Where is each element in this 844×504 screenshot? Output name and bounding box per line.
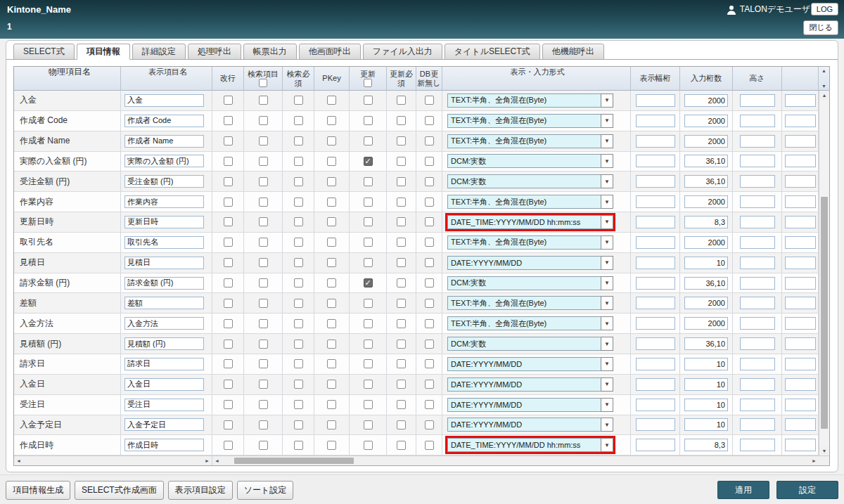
db_no_update-checkbox[interactable]: [425, 380, 434, 389]
format-select[interactable]: DCM:実数: [447, 276, 613, 290]
db_no_update-checkbox[interactable]: [425, 278, 434, 287]
search-checkbox[interactable]: [259, 319, 268, 328]
update-checkbox[interactable]: [364, 278, 373, 287]
height-input[interactable]: [740, 94, 775, 107]
pkey-checkbox[interactable]: [327, 238, 336, 247]
update_req-checkbox[interactable]: [397, 420, 406, 429]
db_no_update-checkbox[interactable]: [425, 157, 434, 166]
kaigyo-checkbox[interactable]: [224, 420, 233, 429]
horizontal-scroll-thumb[interactable]: [234, 458, 354, 464]
tab-7[interactable]: タイトルSELECT式: [445, 44, 540, 60]
apply-button[interactable]: 適用: [717, 481, 769, 499]
search-checkbox[interactable]: [259, 278, 268, 287]
search-checkbox[interactable]: [259, 420, 268, 429]
display-name-input[interactable]: [124, 135, 204, 148]
search_req-checkbox[interactable]: [294, 96, 303, 105]
display-name-input[interactable]: [124, 317, 204, 330]
display-name-input[interactable]: [124, 418, 204, 431]
update_req-checkbox[interactable]: [397, 238, 406, 247]
tab-4[interactable]: 帳票出力: [243, 44, 297, 60]
update-checkbox[interactable]: [364, 400, 373, 409]
display-name-input[interactable]: [124, 378, 204, 391]
dropdown-arrow-icon[interactable]: [601, 438, 613, 452]
display-name-input[interactable]: [124, 297, 204, 309]
height-input[interactable]: [740, 337, 775, 350]
tab-0[interactable]: SELECT式: [13, 44, 75, 60]
pkey-checkbox[interactable]: [327, 198, 336, 207]
db_no_update-checkbox[interactable]: [425, 319, 434, 328]
input-digits-input[interactable]: [684, 216, 728, 228]
input-digits-input[interactable]: [684, 317, 728, 330]
dropdown-arrow-icon[interactable]: [601, 357, 613, 371]
update-checkbox[interactable]: [364, 299, 373, 308]
display-name-input[interactable]: [124, 277, 204, 290]
dropdown-arrow-icon[interactable]: [601, 316, 613, 330]
search-checkbox[interactable]: [259, 359, 268, 368]
db_no_update-checkbox[interactable]: [425, 96, 434, 105]
input-digits-input[interactable]: [684, 358, 728, 370]
extra-input[interactable]: [785, 94, 816, 107]
format-select[interactable]: DCM:実数: [447, 154, 613, 168]
search-checkbox[interactable]: [259, 116, 268, 125]
scroll-left-icon[interactable]: [212, 456, 222, 465]
display-name-input[interactable]: [124, 216, 204, 228]
dropdown-arrow-icon[interactable]: [601, 215, 613, 229]
format-select[interactable]: TEXT:半角、全角混在(Byte): [447, 134, 613, 148]
format-select[interactable]: TEXT:半角、全角混在(Byte): [447, 235, 613, 250]
display-width-input[interactable]: [636, 155, 675, 167]
search-checkbox[interactable]: [259, 400, 268, 409]
dropdown-arrow-icon[interactable]: [601, 337, 613, 351]
height-input[interactable]: [740, 236, 775, 249]
update_req-checkbox[interactable]: [397, 157, 406, 166]
extra-input[interactable]: [785, 155, 816, 167]
input-digits-input[interactable]: [684, 418, 728, 431]
pkey-checkbox[interactable]: [327, 258, 336, 267]
extra-input[interactable]: [785, 439, 816, 451]
input-digits-input[interactable]: [684, 94, 728, 107]
format-select[interactable]: DATE:YYYY/MM/DD: [447, 398, 613, 412]
scroll-right-icon[interactable]: [810, 456, 819, 465]
input-digits-input[interactable]: [684, 399, 728, 411]
log-button[interactable]: LOG: [811, 3, 838, 15]
pkey-checkbox[interactable]: [327, 359, 336, 368]
select-all-checkbox[interactable]: [259, 79, 267, 87]
footer-button-0[interactable]: 項目情報生成: [6, 481, 70, 500]
display-width-input[interactable]: [636, 135, 675, 148]
search-checkbox[interactable]: [259, 299, 268, 308]
format-select[interactable]: TEXT:半角、全角混在(Byte): [447, 114, 613, 128]
pkey-checkbox[interactable]: [327, 400, 336, 409]
db_no_update-checkbox[interactable]: [425, 258, 434, 267]
pkey-checkbox[interactable]: [327, 217, 336, 226]
settings-button[interactable]: 設定: [776, 481, 838, 499]
kaigyo-checkbox[interactable]: [224, 340, 233, 349]
height-input[interactable]: [740, 399, 775, 411]
update-checkbox[interactable]: [364, 359, 373, 368]
extra-input[interactable]: [785, 195, 816, 208]
update_req-checkbox[interactable]: [397, 217, 406, 226]
height-input[interactable]: [740, 257, 775, 269]
db_no_update-checkbox[interactable]: [425, 177, 434, 186]
tab-3[interactable]: 処理呼出: [188, 44, 241, 60]
pkey-checkbox[interactable]: [327, 420, 336, 429]
kaigyo-checkbox[interactable]: [224, 380, 233, 389]
display-name-input[interactable]: [124, 155, 204, 167]
update-checkbox[interactable]: [364, 116, 373, 125]
footer-button-1[interactable]: SELECT式作成画面: [75, 481, 164, 500]
pkey-checkbox[interactable]: [327, 136, 336, 146]
display-width-input[interactable]: [636, 317, 675, 330]
extra-input[interactable]: [785, 399, 816, 411]
update-checkbox[interactable]: [364, 177, 373, 186]
update_req-checkbox[interactable]: [397, 380, 406, 389]
footer-button-2[interactable]: 表示項目設定: [168, 481, 233, 500]
kaigyo-checkbox[interactable]: [224, 136, 233, 146]
db_no_update-checkbox[interactable]: [425, 400, 434, 409]
search-checkbox[interactable]: [259, 157, 268, 166]
display-width-input[interactable]: [636, 337, 675, 350]
display-name-input[interactable]: [124, 236, 204, 249]
vertical-scrollbar[interactable]: [819, 91, 829, 455]
kaigyo-checkbox[interactable]: [224, 116, 233, 125]
display-width-input[interactable]: [636, 195, 675, 208]
scroll-down-icon[interactable]: [819, 446, 829, 455]
kaigyo-checkbox[interactable]: [224, 319, 233, 328]
format-select[interactable]: DATE:YYYY/MM/DD: [447, 256, 613, 270]
